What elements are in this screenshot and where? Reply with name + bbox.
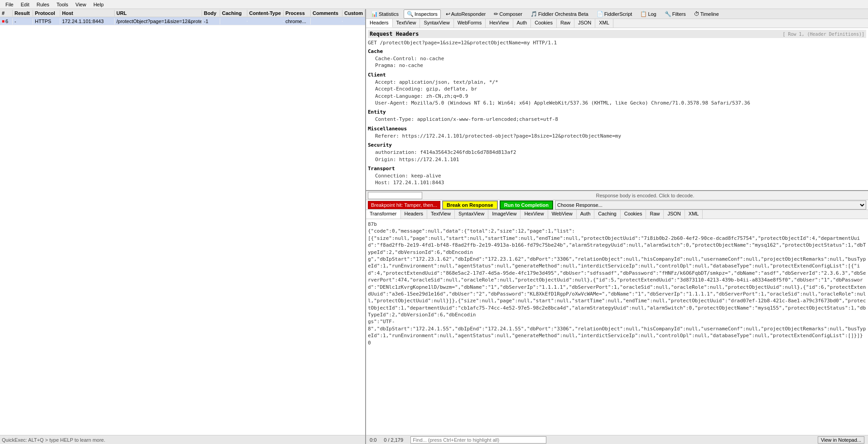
- cache-group: Cache Cache-Control: no-cache Pragma: no…: [368, 48, 866, 69]
- security-item-1: Origin: https://172.24.1.101: [375, 156, 866, 163]
- resp-tab-raw[interactable]: Raw: [646, 210, 664, 219]
- request-headers-title-bar: Request Headers [ Row 1, (Header Definit…: [368, 30, 866, 38]
- req-tab-raw[interactable]: Raw: [557, 19, 574, 28]
- col-header-content: Content-Type: [247, 10, 284, 16]
- menu-tools[interactable]: Tools: [53, 1, 72, 8]
- resp-tab-hexview[interactable]: HexView: [521, 210, 548, 219]
- col-header-result: Result: [13, 10, 33, 16]
- cache-group-title: Cache: [368, 48, 866, 54]
- req-tab-textview[interactable]: TextView: [393, 19, 420, 28]
- filters-icon: 🔧: [665, 11, 671, 17]
- tab-autoresponder-label: AutoResponder: [451, 11, 486, 17]
- row-header-info: [ Row 1, (Header Definitions)]: [782, 32, 864, 37]
- session-list-header: # Result Protocol Host URL Body Caching …: [0, 9, 365, 17]
- search-input[interactable]: [410, 436, 546, 444]
- resp-tab-headers[interactable]: Headers: [401, 210, 428, 219]
- cache-item-0: Cache-Control: no-cache: [375, 55, 866, 62]
- response-inspector-tabs: Transformer Headers TextView SyntaxView …: [366, 210, 868, 219]
- resp-tab-imageview[interactable]: ImageView: [488, 210, 521, 219]
- tab-timeline[interactable]: ⏱ Timeline: [691, 10, 722, 19]
- break-on-response-button[interactable]: Break on Response: [442, 201, 498, 210]
- session-url-cell: /protectObject?page=1&size=12&protec...: [115, 18, 202, 24]
- session-comments-cell: [311, 21, 342, 22]
- response-body[interactable]: 87b {"code":0,"message":null,"data":{"to…: [366, 219, 868, 435]
- tab-autoresponder[interactable]: ↩ AutoResponder: [443, 10, 489, 19]
- statistics-icon: 📊: [371, 11, 378, 17]
- table-row[interactable]: ■ 6 - HTTPS 172.24.1.101:8443 /protectOb…: [0, 17, 365, 25]
- resp-tab-json[interactable]: JSON: [664, 210, 685, 219]
- req-tab-webforms[interactable]: WebForms: [454, 19, 486, 28]
- encoded-message[interactable]: Response body is encoded. Click to decod…: [424, 193, 866, 198]
- menu-help[interactable]: Help: [90, 1, 107, 8]
- session-number: 6: [5, 19, 8, 24]
- req-tab-headers[interactable]: Headers: [366, 19, 393, 28]
- security-group: Security authorization: f414a35643c246fd…: [368, 142, 866, 163]
- client-item-0: Accept: application/json, text/plain, */…: [375, 79, 866, 86]
- encode-bar: Response body is encoded. Click to decod…: [366, 191, 868, 200]
- resp-tab-auth[interactable]: Auth: [577, 210, 595, 219]
- encode-input: [368, 192, 422, 199]
- req-tab-hexview[interactable]: HexView: [486, 19, 513, 28]
- col-header-url: URL: [115, 10, 202, 16]
- request-headers-title: Request Headers: [370, 31, 419, 37]
- menu-file[interactable]: File: [2, 1, 17, 8]
- tab-fiddlerscript-label: FiddlerScript: [604, 11, 632, 17]
- cache-item-1: Pragma: no-cache: [375, 62, 866, 69]
- run-to-completion-button[interactable]: Run to Completion: [500, 201, 553, 210]
- resp-tab-textview[interactable]: TextView: [427, 210, 455, 219]
- tab-composer[interactable]: ✏ Composer: [491, 10, 526, 19]
- transport-item-1: Host: 172.24.1.101:8443: [375, 179, 866, 186]
- autoresponder-icon: ↩: [446, 11, 450, 17]
- main-layout: # Result Protocol Host URL Body Caching …: [0, 9, 868, 444]
- req-tab-auth[interactable]: Auth: [513, 19, 531, 28]
- quickexec-hint: QuickExec: ALT+Q > type HELP to learn mo…: [2, 437, 105, 443]
- resp-tab-syntaxview[interactable]: SyntaxView: [455, 210, 488, 219]
- col-header-host: Host: [60, 10, 115, 16]
- tab-fiddlerscript[interactable]: 📄 FiddlerScript: [593, 10, 636, 19]
- misc-group-title: Miscellaneous: [368, 126, 866, 132]
- session-host-cell: 172.24.1.101:8443: [60, 18, 115, 24]
- char-count: 0 / 2,179: [384, 437, 403, 443]
- inspectors-icon: 🔍: [407, 11, 414, 17]
- tab-log[interactable]: 📋 Log: [637, 10, 659, 19]
- resp-tab-xml[interactable]: XML: [685, 210, 703, 219]
- resp-tab-cookies[interactable]: Cookies: [621, 210, 646, 219]
- resp-tab-webview[interactable]: WebView: [548, 210, 577, 219]
- req-tab-cookies[interactable]: Cookies: [531, 19, 557, 28]
- view-notepad-button[interactable]: View in Notepad...: [818, 436, 864, 444]
- response-status-bar: 0:0 0 / 2,179 View in Notepad...: [366, 435, 868, 444]
- req-tab-xml[interactable]: XML: [595, 19, 613, 28]
- resp-tab-caching[interactable]: Caching: [594, 210, 620, 219]
- right-panel: 📊 Statistics 🔍 Inspectors ↩ AutoResponde…: [366, 9, 868, 444]
- cursor-position: 0:0: [370, 437, 376, 443]
- tab-orchestra[interactable]: 🎵 Fiddler Orchestra Beta: [527, 10, 592, 19]
- menu-edit[interactable]: Edit: [17, 1, 33, 8]
- security-group-title: Security: [368, 142, 866, 148]
- tab-filters[interactable]: 🔧 Filters: [661, 10, 689, 19]
- client-group: Client Accept: application/json, text/pl…: [368, 72, 866, 107]
- session-protocol-cell: HTTPS: [33, 18, 60, 24]
- session-list[interactable]: ■ 6 - HTTPS 172.24.1.101:8443 /protectOb…: [0, 17, 365, 435]
- col-header-protocol: Protocol: [33, 10, 60, 16]
- composer-icon: ✏: [494, 11, 498, 17]
- entity-item-0: Content-Type: application/x-www-form-url…: [375, 116, 866, 123]
- client-item-2: Accept-Language: zh-CN,zh;q=0.9: [375, 93, 866, 100]
- req-tab-json[interactable]: JSON: [574, 19, 595, 28]
- client-group-title: Client: [368, 72, 866, 78]
- tab-inspectors[interactable]: 🔍 Inspectors: [404, 10, 441, 19]
- menu-rules[interactable]: Rules: [33, 1, 53, 8]
- resp-tab-transformer[interactable]: Transformer: [366, 210, 401, 219]
- menu-view[interactable]: View: [72, 1, 90, 8]
- search-container: [410, 436, 810, 444]
- choose-response-container: Choose Response...: [555, 201, 866, 210]
- tab-inspectors-label: Inspectors: [415, 11, 438, 17]
- tab-statistics[interactable]: 📊 Statistics: [368, 10, 402, 19]
- tab-statistics-label: Statistics: [379, 11, 399, 17]
- timeline-icon: ⏱: [694, 11, 699, 17]
- session-result-cell: -: [13, 18, 33, 24]
- req-tab-syntaxview[interactable]: SyntaxView: [420, 19, 453, 28]
- tab-log-label: Log: [648, 11, 656, 17]
- col-header-process: Process: [284, 10, 311, 16]
- orchestra-icon: 🎵: [530, 11, 537, 17]
- choose-response-select[interactable]: Choose Response...: [555, 201, 866, 210]
